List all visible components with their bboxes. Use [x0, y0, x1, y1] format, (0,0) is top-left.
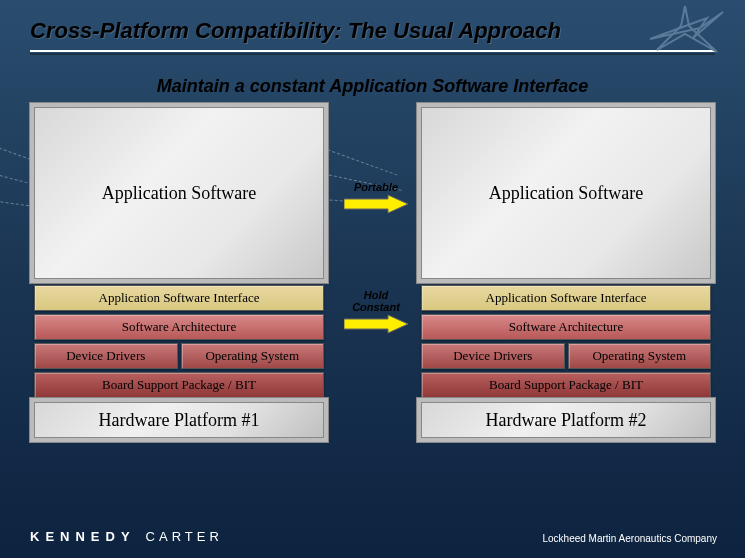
right-os-bar: Operating System [568, 343, 712, 369]
slide-title: Cross-Platform Compatibility: The Usual … [30, 18, 715, 44]
carter-text: CARTER [146, 529, 223, 544]
left-hardware-box: Hardware Platform #1 [34, 402, 324, 438]
arrow-right-icon [344, 315, 408, 333]
right-hardware-box: Hardware Platform #2 [421, 402, 711, 438]
diagram-main: Application Software Application Softwar… [0, 107, 745, 438]
right-drivers-os-row: Device Drivers Operating System [421, 343, 711, 369]
left-app-box: Application Software [34, 107, 324, 279]
right-app-box: Application Software [421, 107, 711, 279]
left-drivers-os-row: Device Drivers Operating System [34, 343, 324, 369]
hold-constant-label: Hold Constant [336, 289, 416, 313]
right-stack: Application Software Application Softwar… [421, 107, 711, 438]
left-interface-bar: Application Software Interface [34, 285, 324, 311]
hold-constant-arrow-group: Hold Constant [336, 289, 416, 333]
kennedy-text: KENNEDY [30, 529, 136, 544]
footer-company: Lockheed Martin Aeronautics Company [542, 533, 717, 544]
lockheed-star-icon [645, 4, 725, 54]
footer-brand: KENNEDYCARTER [30, 529, 223, 544]
left-drivers-bar: Device Drivers [34, 343, 178, 369]
svg-marker-1 [344, 315, 408, 333]
portable-arrow-group: Portable [336, 181, 416, 213]
svg-marker-0 [344, 195, 408, 213]
left-architecture-bar: Software Architecture [34, 314, 324, 340]
subtitle: Maintain a constant Application Software… [0, 76, 745, 97]
right-drivers-bar: Device Drivers [421, 343, 565, 369]
portable-label: Portable [336, 181, 416, 193]
left-os-bar: Operating System [181, 343, 325, 369]
header-divider [30, 50, 715, 52]
right-architecture-bar: Software Architecture [421, 314, 711, 340]
left-bsp-bar: Board Support Package / BIT [34, 372, 324, 398]
arrow-right-icon [344, 195, 408, 213]
left-stack: Application Software Application Softwar… [34, 107, 324, 438]
right-interface-bar: Application Software Interface [421, 285, 711, 311]
header: Cross-Platform Compatibility: The Usual … [0, 0, 745, 60]
right-bsp-bar: Board Support Package / BIT [421, 372, 711, 398]
